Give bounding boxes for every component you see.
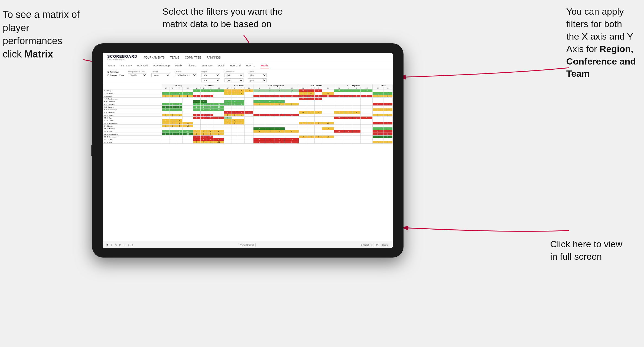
tab-summary[interactable]: Summary: [120, 62, 132, 69]
matrix-cell: [244, 136, 253, 138]
tab-h2h-grid[interactable]: H2H Grid: [137, 62, 149, 69]
matrix-cell: 0: [176, 119, 183, 122]
toolbar-icon-4[interactable]: ↕: [128, 244, 129, 246]
matrix-cell: [232, 95, 238, 98]
matrix-cell: [207, 111, 213, 114]
division-select[interactable]: NCAA Division I: [175, 73, 197, 77]
share-btn[interactable]: Share: [380, 243, 389, 247]
matrix-cell: 1: [201, 114, 207, 117]
table-row: 11. M Ege010100104: [103, 117, 393, 119]
matrix-cell: 11: [285, 114, 299, 117]
matrix-cell: 0: [299, 111, 307, 114]
compact-view-radio[interactable]: [107, 74, 109, 76]
matrix-cell: 0: [334, 95, 344, 98]
tab-summary2[interactable]: Summary: [201, 62, 213, 69]
max-players-select[interactable]: Top 25: [128, 73, 147, 77]
matrix-cell: [344, 127, 352, 130]
tab-h2h-heatmap[interactable]: H2H Heatmap: [153, 62, 170, 69]
tab-detail[interactable]: Detail: [217, 62, 225, 69]
matrix-cell: [360, 130, 372, 133]
fullscreen-button[interactable]: ⛶: [372, 244, 374, 246]
matrix-cell: [299, 130, 307, 133]
matrix-cell: 0: [176, 92, 183, 95]
matrix-cell: [176, 89, 183, 92]
toolbar-icon-3[interactable]: ✕: [123, 244, 126, 246]
matrix-cell: 1: [238, 100, 245, 103]
matrix-cell: 0: [334, 130, 344, 133]
nav-committee[interactable]: COMMITTEE: [185, 56, 201, 60]
full-view-radio[interactable]: [107, 71, 109, 73]
matrix-cell: 24: [213, 103, 224, 106]
matrix-cell: 3: [201, 136, 207, 138]
matrix-cell: [244, 100, 253, 103]
tab-players[interactable]: Players: [187, 62, 197, 69]
matrix-cell: 1: [299, 92, 307, 95]
matrix-cell: [265, 136, 275, 138]
conference-select-1[interactable]: (All): [225, 73, 243, 77]
view-original-btn[interactable]: View: Original: [239, 243, 256, 247]
matrix-cell: [224, 130, 232, 133]
nav-tournaments[interactable]: TOURNAMENTS: [144, 56, 165, 60]
matrix-cell: [360, 127, 372, 130]
tab-matrix-players[interactable]: Matrix: [174, 62, 183, 69]
sh-mls-t: T: [315, 87, 322, 89]
conference-select-2[interactable]: (All): [225, 78, 243, 82]
toolbar-icon-5[interactable]: ⚙: [131, 244, 134, 246]
grid-button[interactable]: ⊞: [376, 244, 378, 246]
watch-btn[interactable]: ⊙ Watch: [361, 244, 369, 246]
player-name-cell: 11. M Ege: [103, 117, 162, 119]
matrix-cell: [275, 98, 285, 100]
matrix-cell: [201, 119, 207, 122]
tablet-device: SCOREBOARD Powered by clippd TOURNAMENTS…: [92, 43, 404, 258]
matrix-cell: [232, 106, 238, 108]
matrix-cell: -11: [213, 141, 224, 144]
toolbar-icon-2[interactable]: ⊞: [119, 244, 121, 246]
annotation-right-line3: the X axis and Y: [566, 31, 633, 41]
matrix-cell: 13: [285, 138, 299, 141]
toolbar-icon-1[interactable]: ⊕: [115, 244, 117, 246]
annotation-line1: To see a matrix of: [3, 9, 80, 20]
tab-teams[interactable]: Teams: [107, 62, 116, 69]
matrix-cell: 0: [176, 133, 183, 136]
matrix-cell: [244, 106, 253, 108]
gender-select[interactable]: Men's: [151, 73, 170, 77]
matrix-cell: 0: [275, 138, 285, 141]
annotation-top-right: You can apply filters for both the X axi…: [566, 5, 636, 80]
tab-h2htr[interactable]: H2HTr...: [246, 62, 256, 69]
col-header-4: 4. M Thorbjornsen: [253, 84, 299, 87]
matrix-cell: [383, 111, 392, 114]
matrix-area[interactable]: 1. W Ding 2. L Clanton 3. J Koivun 4. M …: [103, 84, 393, 242]
matrix-cell: [162, 136, 170, 138]
matrix-cell: [213, 92, 224, 95]
matrix-cell: 1: [275, 127, 285, 130]
matrix-cell: [224, 127, 232, 130]
nav-rankings[interactable]: RANKINGS: [207, 56, 221, 60]
matrix-cell: [238, 117, 245, 119]
nav-teams[interactable]: TEAMS: [170, 56, 179, 60]
redo-button[interactable]: ↻: [110, 244, 113, 246]
compact-view-option[interactable]: Compact View: [107, 74, 124, 76]
matrix-cell: 0: [315, 136, 322, 138]
matrix-cell: [334, 103, 344, 106]
tab-matrix[interactable]: Matrix: [261, 62, 269, 69]
annotation-center-line1: Select the filters you want the: [162, 6, 283, 17]
annotation-top-left: To see a matrix of player performances c…: [3, 8, 84, 61]
matrix-cell: [265, 108, 275, 111]
table-row: 3. J Koivun11020100101304011010312: [103, 95, 393, 98]
matrix-cell: [213, 100, 224, 103]
matrix-cell: 1: [265, 103, 275, 106]
player-name-cell: 1. W Ding: [103, 89, 162, 92]
matrix-cell: 0: [275, 95, 285, 98]
region-select-1[interactable]: N/A: [201, 73, 220, 77]
full-view-option[interactable]: Full View: [107, 71, 124, 73]
players-select-2[interactable]: (All): [248, 78, 267, 82]
matrix-cell: [201, 111, 207, 114]
matrix-cell: [344, 98, 352, 100]
matrix-cell: [334, 106, 344, 108]
matrix-cell: [322, 111, 334, 114]
table-row: 6. C Lamprecht10024124100110601: [103, 103, 393, 106]
tab-h2h-grid2[interactable]: H2H Grid: [229, 62, 241, 69]
undo-button[interactable]: ↺: [106, 244, 108, 246]
region-select-2[interactable]: N/A: [201, 78, 220, 82]
players-select-1[interactable]: (All): [248, 73, 267, 77]
